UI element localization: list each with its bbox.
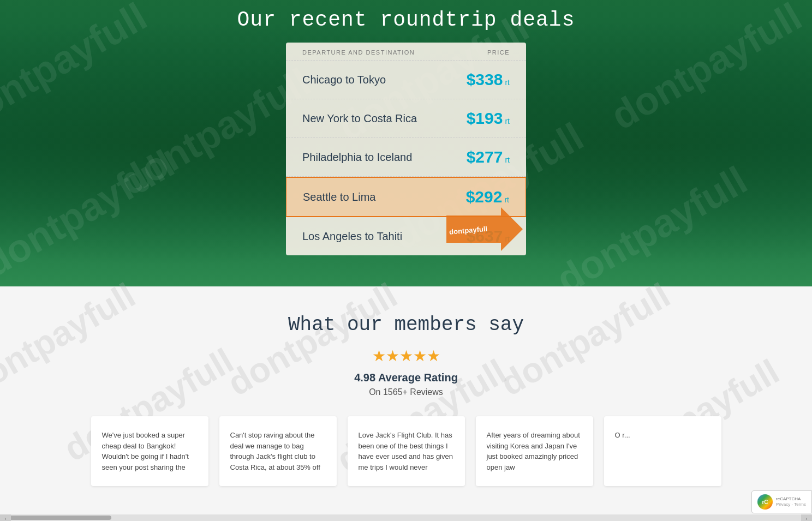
watermark: dontpayfull <box>221 275 404 404</box>
deal-price: $338 rt <box>467 70 510 89</box>
hero-section: dontpayfull dontpayfull dontpayfull dont… <box>0 0 812 286</box>
reviews-count: On 1565+ Reviews <box>11 387 801 397</box>
scrollbar-thumb[interactable] <box>2 516 111 520</box>
deal-destination: Los Angeles to Tahiti <box>302 230 402 243</box>
watermark: dontpayfull <box>0 275 142 404</box>
testimonial-card: O r... <box>604 416 721 486</box>
watermark: dontpayfull <box>494 275 677 404</box>
deal-row[interactable]: New York to Costa Rica $193 rt <box>286 99 526 138</box>
horizontal-scrollbar[interactable]: ‹ › <box>0 514 812 521</box>
scroll-right-button[interactable]: › <box>801 514 812 521</box>
deal-price: $277 rt <box>467 148 510 166</box>
recaptcha-text: reCAPTCHA Privacy - Terms <box>776 496 806 508</box>
scroll-left-button[interactable]: ‹ <box>0 514 11 521</box>
recaptcha-logo-icon: rC <box>757 494 773 510</box>
deals-table-header: DEPARTURE AND DESTINATION PRICE <box>286 43 526 61</box>
deal-price-amount: $277 <box>467 148 503 166</box>
deal-price: $193 rt <box>467 109 510 128</box>
stars-rating: ★★★★★ <box>11 347 801 365</box>
testimonial-text: Love Jack's Flight Club. It has been one… <box>359 430 454 472</box>
testimonials-row: We've just booked a super cheap deal to … <box>11 416 801 486</box>
deal-price-amount: $338 <box>467 70 503 89</box>
deal-destination: Chicago to Tokyo <box>302 74 386 86</box>
deal-price-rt: rt <box>505 78 510 87</box>
price-column-header: PRICE <box>487 49 510 56</box>
testimonial-card: We've just booked a super cheap deal to … <box>91 416 208 486</box>
deal-row[interactable]: Philadelphia to Iceland $277 rt <box>286 138 526 177</box>
deal-price-amount: $193 <box>467 109 503 128</box>
testimonial-text: After years of dreaming about visiting K… <box>487 430 582 472</box>
stamp-arrow-icon: dontpayfull <box>435 202 528 256</box>
average-rating: 4.98 Average Rating <box>11 372 801 384</box>
testimonial-text: Can't stop raving about the deal we mana… <box>230 430 326 472</box>
testimonial-text: O r... <box>615 430 710 441</box>
deal-destination: Philadelphia to Iceland <box>302 151 412 164</box>
testimonial-text: We've just booked a super cheap deal to … <box>102 430 198 472</box>
members-title: What our members say <box>11 314 801 336</box>
testimonial-card: Love Jack's Flight Club. It has been one… <box>348 416 465 486</box>
deal-price-rt: rt <box>505 117 510 125</box>
page-title: Our recent roundtrip deals <box>237 8 575 32</box>
members-section: dontpayfull dontpayfull dontpayfull dont… <box>0 286 812 521</box>
deal-destination: Seattle to Lima <box>303 191 375 203</box>
recaptcha-badge: rC reCAPTCHA Privacy - Terms <box>751 490 812 513</box>
testimonial-card: Can't stop raving about the deal we mana… <box>219 416 337 486</box>
testimonial-card: After years of dreaming about visiting K… <box>476 416 593 486</box>
deal-price-rt: rt <box>505 155 510 164</box>
deal-row[interactable]: Chicago to Tokyo $338 rt <box>286 61 526 99</box>
departure-column-header: DEPARTURE AND DESTINATION <box>302 49 415 56</box>
deal-destination: New York to Costa Rica <box>302 112 417 125</box>
